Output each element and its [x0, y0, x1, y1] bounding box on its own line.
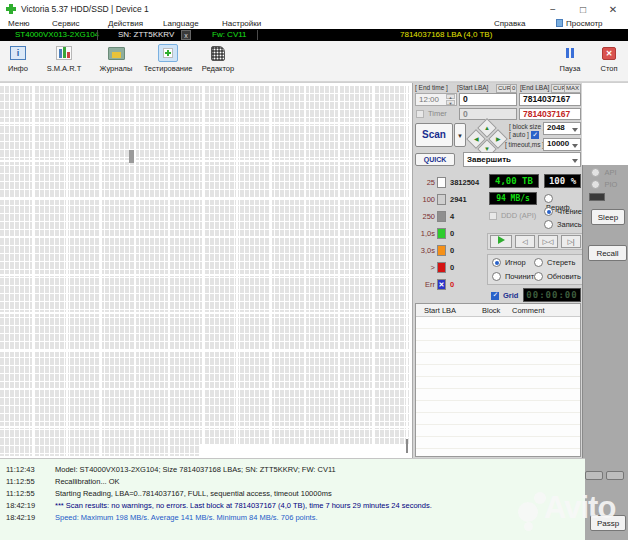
spinner-down-icon[interactable]: ▼ [446, 100, 455, 105]
test-icon [158, 44, 178, 62]
legend-err-swatch: ✕ [437, 279, 446, 290]
chevron-down-icon [572, 128, 578, 132]
mini-button-left[interactable] [585, 471, 603, 480]
block-map-grid[interactable] [0, 86, 410, 456]
erase-radio[interactable] [534, 258, 543, 267]
passp-button[interactable]: Passp [590, 515, 626, 531]
side-panel: API PIO Sleep Recall Passp Звук Hints [582, 165, 628, 540]
write-radio-row[interactable]: Запись [544, 220, 582, 229]
legend-swatch [437, 228, 446, 239]
test-button-selected[interactable]: Тестирование [138, 44, 198, 73]
repair-radio-row[interactable]: Починить [492, 272, 538, 281]
mini-button-right[interactable] [606, 471, 624, 480]
recall-button[interactable]: Recall [588, 245, 627, 261]
legend-row-1s: 1,0s 0 [415, 227, 485, 240]
stop-icon: ✕ [602, 47, 616, 60]
start-lba-zero-button[interactable]: 0 [510, 84, 517, 93]
pause-button[interactable]: Пауза [552, 44, 588, 73]
pio-radio[interactable] [591, 180, 600, 189]
legend-swatch [437, 177, 446, 188]
end-lba-input[interactable]: 7814037167 [519, 93, 581, 106]
defect-table-header: Start LBA Block Comment [416, 304, 580, 317]
step-back-button[interactable]: ◁ [515, 235, 535, 248]
log-entry: 18:42:19 *** Scan results: no warnings, … [0, 499, 585, 511]
main-area: [ End time ] [Start LBA] CUR 0 [End LBA]… [0, 82, 628, 458]
after-action-select[interactable]: Завершить [463, 152, 581, 167]
speed-display: 94 MB/s [489, 192, 537, 205]
start-lba-input[interactable]: 0 [459, 93, 517, 106]
refresh-radio-row[interactable]: Обновить [534, 272, 581, 281]
window-controls: − □ ✕ [546, 0, 624, 18]
column-block: Block [482, 306, 500, 315]
play-icon [498, 236, 505, 244]
spinner-up-icon[interactable]: ▲ [446, 94, 455, 99]
write-label: Запись [557, 220, 582, 229]
divider [97, 30, 98, 40]
legend-swatch [437, 245, 446, 256]
erase-radio-row[interactable]: Стереть [534, 258, 575, 267]
minimize-button[interactable]: − [546, 4, 560, 15]
api-radio-row[interactable]: API [591, 167, 617, 177]
sleep-button[interactable]: Sleep [591, 209, 625, 225]
refresh-radio[interactable] [534, 272, 543, 281]
read-radio-row[interactable]: Чтение [544, 207, 582, 216]
menu-item-menu[interactable]: Меню [8, 19, 30, 28]
end-time-spinner[interactable]: 12:00 ▲ ▼ [415, 93, 457, 106]
info-button[interactable]: i Инфо [2, 44, 34, 73]
scan-dropdown-button[interactable]: ▼ [454, 123, 466, 147]
capacity-display: 4,00 TB [489, 174, 539, 188]
timeout-select[interactable]: 10000 [543, 138, 581, 151]
timeout-label: [ timeout,ms ] [505, 141, 544, 148]
menu-item-language[interactable]: Language [163, 19, 199, 28]
block-size-label: [ block size ] [509, 123, 545, 130]
pio-radio-row[interactable]: PIO [591, 179, 617, 189]
elapsed-timer-display: 00:00:00 [523, 288, 581, 302]
legend-row-25: 25 3812504 [415, 176, 485, 189]
api-radio[interactable] [591, 168, 600, 177]
timer-checkbox[interactable] [416, 110, 424, 118]
maximize-button[interactable]: □ [576, 4, 590, 15]
buffer-view-icon [556, 19, 563, 27]
log-pane[interactable]: 11:12:43 Model: ST4000VX013-2XG104; Size… [0, 458, 585, 540]
end-lba-max-button[interactable]: MAX [564, 84, 581, 93]
device-close-button[interactable]: x [181, 30, 191, 40]
grid-scroll-indicator[interactable] [406, 439, 408, 453]
scan-control-panel: [ End time ] [Start LBA] CUR 0 [End LBA]… [412, 83, 582, 459]
editor-button[interactable]: Редактор [196, 44, 240, 73]
ddd-label: DDD (API) [501, 211, 536, 220]
divider [257, 30, 258, 40]
scan-button[interactable]: Scan [415, 123, 453, 147]
verify-radio[interactable] [544, 194, 553, 203]
title-bar: Victoria 5.37 HDD/SSD | Device 1 − □ ✕ [0, 0, 628, 18]
log-entry: 18:42:19 Speed: Maximum 198 MB/s. Averag… [0, 511, 585, 523]
write-radio[interactable] [544, 220, 553, 229]
block-size-select[interactable]: 2048 [543, 122, 581, 135]
quick-button[interactable]: QUICK [415, 153, 455, 166]
pause-icon [566, 48, 574, 58]
end-time-label: [ End time ] [415, 84, 448, 91]
menu-item-actions[interactable]: Действия [108, 19, 143, 28]
stop-button[interactable]: ✕ Стоп [594, 44, 624, 73]
smart-chart-icon [56, 46, 72, 60]
repair-radio[interactable] [492, 272, 501, 281]
skip-next-button[interactable]: ▷◁ [538, 235, 558, 248]
smart-button[interactable]: S.M.A.R.T [40, 44, 88, 73]
grid-checkbox[interactable] [491, 292, 499, 300]
activity-led [589, 193, 605, 201]
play-button[interactable] [490, 235, 512, 248]
end-lba-confirm-input[interactable]: 7814037167 [519, 108, 581, 120]
skip-end-button[interactable]: ▷| [561, 235, 581, 248]
menu-item-help[interactable]: Справка [494, 19, 525, 28]
defect-table[interactable]: Start LBA Block Comment [415, 303, 581, 457]
auto-checkbox[interactable] [531, 131, 539, 139]
read-radio[interactable] [544, 207, 553, 216]
ignore-radio-row[interactable]: Игнор [492, 258, 526, 267]
playback-controls: ◁ ▷◁ ▷| [487, 233, 583, 250]
menu-item-service[interactable]: Сервис [52, 19, 79, 28]
scan-end-area [200, 444, 410, 456]
close-button[interactable]: ✕ [606, 4, 620, 15]
ignore-radio[interactable] [492, 258, 501, 267]
menu-item-settings[interactable]: Настройки [222, 19, 261, 28]
ddd-checkbox[interactable] [489, 212, 497, 220]
logs-button[interactable]: Журналы [92, 44, 140, 73]
